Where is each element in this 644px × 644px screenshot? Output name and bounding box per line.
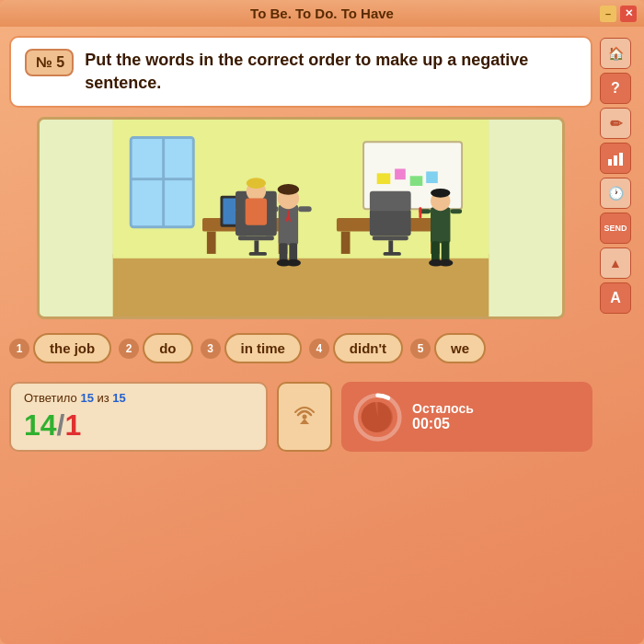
word-tile-5[interactable]: we (434, 333, 486, 363)
clock-button[interactable]: 🕐 (600, 178, 631, 209)
svg-rect-50 (246, 199, 267, 225)
svg-rect-42 (254, 241, 259, 255)
svg-rect-18 (395, 169, 406, 180)
svg-rect-19 (410, 177, 423, 187)
right-sidebar: 🏠 ? ✏ 🕐 SEND ▲ A (600, 36, 635, 635)
svg-rect-8 (207, 232, 216, 254)
svg-rect-43 (249, 252, 267, 256)
tile-group-4: 4 didn't (309, 333, 403, 363)
timer-value: 00:05 (412, 416, 474, 432)
tile-number-1: 1 (9, 339, 29, 359)
svg-rect-54 (370, 210, 411, 236)
timer-box: Осталось 00:05 (341, 382, 592, 452)
svg-point-23 (278, 184, 299, 195)
svg-rect-26 (298, 207, 312, 213)
tile-group-5: 5 we (410, 333, 486, 363)
svg-rect-40 (419, 208, 421, 219)
svg-rect-31 (431, 208, 450, 244)
tile-group-1: 1 the job (9, 333, 111, 363)
question-text: Put the words in the correct order to ma… (85, 49, 577, 95)
svg-rect-60 (608, 159, 612, 166)
timer-label: Осталось (412, 401, 474, 416)
word-tile-1[interactable]: the job (33, 333, 111, 363)
svg-rect-53 (383, 252, 400, 256)
question-number: № 5 (25, 49, 74, 76)
tile-group-2: 2 do (119, 333, 192, 363)
minimize-button[interactable]: – (600, 6, 616, 22)
up-button[interactable]: ▲ (600, 247, 631, 279)
svg-rect-55 (370, 191, 411, 211)
svg-rect-3 (131, 138, 193, 227)
font-button[interactable]: A (600, 282, 631, 314)
svg-rect-17 (377, 174, 391, 185)
tile-number-2: 2 (119, 339, 139, 359)
stats-box: Ответило 15 из 15 14/1 (9, 382, 268, 452)
word-tile-2[interactable]: do (143, 333, 192, 363)
app-title: To Be. To Do. To Have (250, 6, 394, 21)
svg-point-56 (303, 415, 307, 420)
title-bar: To Be. To Do. To Have – ✕ (0, 0, 644, 27)
bottom-row: Ответило 15 из 15 14/1 (9, 377, 592, 456)
broadcast-button[interactable] (277, 382, 332, 452)
close-button[interactable]: ✕ (620, 6, 637, 22)
svg-rect-51 (373, 236, 408, 241)
svg-point-49 (247, 178, 266, 190)
svg-rect-35 (450, 210, 462, 214)
app-window: To Be. To Do. To Have – ✕ № 5 Put the wo… (0, 0, 644, 644)
stats-label: Ответило 15 из 15 (24, 391, 253, 405)
chart-button[interactable] (600, 143, 631, 174)
tile-number-5: 5 (410, 339, 431, 359)
svg-point-33 (431, 189, 450, 198)
scene-image (37, 117, 565, 319)
home-button[interactable]: 🏠 (600, 38, 631, 69)
svg-rect-61 (614, 155, 617, 166)
svg-rect-14 (341, 232, 351, 254)
svg-rect-62 (619, 153, 623, 166)
svg-rect-5 (131, 178, 193, 181)
svg-rect-52 (388, 241, 393, 255)
timer-text: Осталось 00:05 (412, 401, 474, 432)
svg-rect-41 (238, 236, 274, 241)
svg-point-39 (439, 259, 454, 267)
word-tiles-container: 1 the job 2 do 3 in time 4 didn't 5 we (9, 328, 592, 368)
score-green: 14 (24, 408, 57, 442)
word-tile-3[interactable]: in time (224, 333, 302, 363)
broadcast-icon (291, 400, 318, 433)
stats-score: 14/1 (24, 408, 253, 443)
pencil-button[interactable]: ✏ (600, 108, 631, 139)
tile-number-3: 3 (201, 339, 221, 359)
send-button[interactable]: SEND (600, 213, 631, 244)
help-button[interactable]: ? (600, 73, 631, 104)
word-tile-4[interactable]: didn't (333, 333, 403, 363)
svg-rect-4 (162, 138, 165, 227)
svg-rect-20 (426, 172, 438, 184)
svg-point-30 (286, 259, 301, 267)
question-box: № 5 Put the words in the correct order t… (9, 36, 592, 108)
score-red: 1 (64, 408, 81, 442)
tile-number-4: 4 (309, 339, 329, 359)
tile-group-3: 3 in time (201, 333, 302, 363)
timer-circle (352, 392, 403, 443)
